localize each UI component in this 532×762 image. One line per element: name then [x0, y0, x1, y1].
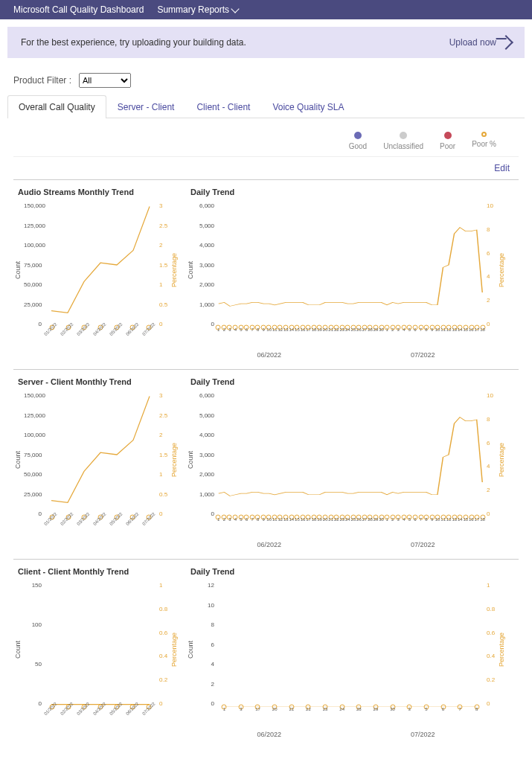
- tabs: Overall Call Quality Server - Client Cli…: [7, 95, 525, 118]
- upload-label: Upload now: [449, 37, 496, 48]
- tab-client-client[interactable]: Client - Client: [185, 95, 261, 118]
- chart-server_monthly: Server - Client Monthly TrendCount150,00…: [13, 374, 179, 548]
- plot-area: 01/202202/202203/202204/202205/202206/20…: [43, 199, 158, 341]
- y-axis-ticks: 150100500: [22, 579, 43, 720]
- plot-area: 1234567891011121314151617181920212223242…: [216, 389, 485, 531]
- chevron-down-icon: [231, 4, 239, 13]
- y-axis-label: Count: [13, 579, 22, 720]
- legend-poorpct: Poor %: [472, 132, 496, 150]
- plot-area: 1317202122232428293035678: [216, 579, 485, 720]
- filter-row: Product Filter : All: [0, 65, 532, 95]
- y-axis-ticks: 150,000125,000100,00075,00050,00025,0000: [22, 199, 43, 341]
- x-axis-ticks: 01/202202/202203/202204/202205/202206/20…: [43, 327, 158, 341]
- menu-label: Summary Reports: [157, 4, 229, 15]
- y2-axis-ticks: 10.80.60.40.20: [158, 579, 170, 720]
- y2-axis-label: Percentage: [497, 579, 506, 720]
- legend-unclassified: Unclassified: [383, 132, 423, 150]
- tab-voice-sla[interactable]: Voice Quality SLA: [261, 95, 355, 118]
- x-axis-ticks: 01/202202/202203/202204/202205/202206/20…: [43, 517, 158, 531]
- tab-server-client[interactable]: Server - Client: [106, 95, 186, 118]
- y2-axis-label: Percentage: [497, 199, 506, 341]
- y2-axis-ticks: 32.521.510.50: [158, 389, 170, 531]
- x-axis-ticks: 1234567891011121314151617181920212223242…: [216, 517, 485, 531]
- x-group-labels: 06/202207/2022: [186, 531, 506, 548]
- chart-title: Daily Trend: [186, 564, 506, 579]
- tab-overall[interactable]: Overall Call Quality: [7, 95, 106, 118]
- y-axis-label: Count: [13, 389, 22, 531]
- x-axis-ticks: 01/202202/202203/202204/202205/202206/20…: [43, 707, 158, 720]
- chart-grid: Audio Streams Monthly TrendCount150,0001…: [0, 179, 532, 762]
- x-axis-ticks: 1234567891011121314151617181920212223242…: [216, 327, 485, 341]
- y-axis-ticks: 150,000125,000100,00075,00050,00025,0000: [22, 389, 43, 531]
- y-axis-label: Count: [186, 199, 195, 341]
- x-group-labels: 06/202207/2022: [186, 341, 506, 359]
- chart-row: Client - Client Monthly TrendCount150100…: [13, 559, 519, 738]
- plot-area: 1234567891011121314151617181920212223242…: [216, 199, 485, 341]
- arrow-right-icon: [499, 35, 513, 50]
- y-axis-label: Count: [186, 389, 195, 531]
- chart-client_monthly: Client - Client Monthly TrendCount150100…: [13, 564, 179, 738]
- x-axis-ticks: 1317202122232428293035678: [216, 707, 485, 720]
- dot-icon: [354, 132, 362, 139]
- y-axis-ticks: 6,0005,0004,0003,0002,0001,0000: [195, 389, 216, 531]
- summary-reports-menu[interactable]: Summary Reports: [157, 4, 238, 15]
- chart-audio_monthly: Audio Streams Monthly TrendCount150,0001…: [13, 185, 179, 359]
- x-group-labels: 06/202207/2022: [186, 720, 506, 738]
- y2-axis-ticks: 10.80.60.40.20: [485, 579, 497, 720]
- filter-label: Product Filter :: [13, 75, 71, 86]
- chart-daily1: Daily TrendCount6,0005,0004,0003,0002,00…: [186, 185, 506, 359]
- plot-area: 01/202202/202203/202204/202205/202206/20…: [43, 579, 158, 720]
- y-axis-ticks: 6,0005,0004,0003,0002,0001,0000: [195, 199, 216, 341]
- chart-daily3: Daily TrendCount121086420131720212223242…: [186, 564, 506, 738]
- circle-icon: [481, 132, 487, 137]
- edit-link[interactable]: Edit: [494, 163, 510, 173]
- upload-now-button[interactable]: Upload now: [449, 37, 511, 48]
- chart-title: Server - Client Monthly Trend: [13, 374, 179, 389]
- y2-axis-ticks: 32.521.510.50: [158, 199, 170, 341]
- y2-axis-label: Percentage: [170, 199, 179, 341]
- chart-row: Server - Client Monthly TrendCount150,00…: [13, 369, 519, 548]
- y2-axis-ticks: 1086420: [485, 389, 497, 531]
- legend: Good Unclassified Poor Poor %: [13, 118, 519, 157]
- legend-good: Good: [349, 132, 367, 150]
- y2-axis-ticks: 1086420: [485, 199, 497, 341]
- dot-icon: [400, 132, 407, 139]
- plot-area: 01/202202/202203/202204/202205/202206/20…: [43, 389, 158, 531]
- y2-axis-label: Percentage: [170, 579, 179, 720]
- y2-axis-label: Percentage: [497, 389, 506, 531]
- top-nav: Microsoft Call Quality Dashboard Summary…: [0, 0, 532, 19]
- y-axis-ticks: 121086420: [195, 579, 216, 720]
- chart-title: Audio Streams Monthly Trend: [13, 185, 179, 199]
- dot-icon: [444, 132, 452, 139]
- chart-title: Client - Client Monthly Trend: [13, 564, 179, 579]
- y-axis-label: Count: [186, 579, 195, 720]
- chart-row: Audio Streams Monthly TrendCount150,0001…: [13, 179, 519, 359]
- y-axis-label: Count: [13, 199, 22, 341]
- chart-title: Daily Trend: [186, 185, 506, 199]
- app-title: Microsoft Call Quality Dashboard: [13, 4, 144, 15]
- legend-poor: Poor: [440, 132, 455, 150]
- product-filter-select[interactable]: All: [79, 73, 131, 88]
- banner-text: For the best experience, try uploading y…: [21, 37, 246, 48]
- chart-daily2: Daily TrendCount6,0005,0004,0003,0002,00…: [186, 374, 506, 548]
- chart-title: Daily Trend: [186, 374, 506, 389]
- upload-banner: For the best experience, try uploading y…: [7, 27, 525, 58]
- y2-axis-label: Percentage: [170, 389, 179, 531]
